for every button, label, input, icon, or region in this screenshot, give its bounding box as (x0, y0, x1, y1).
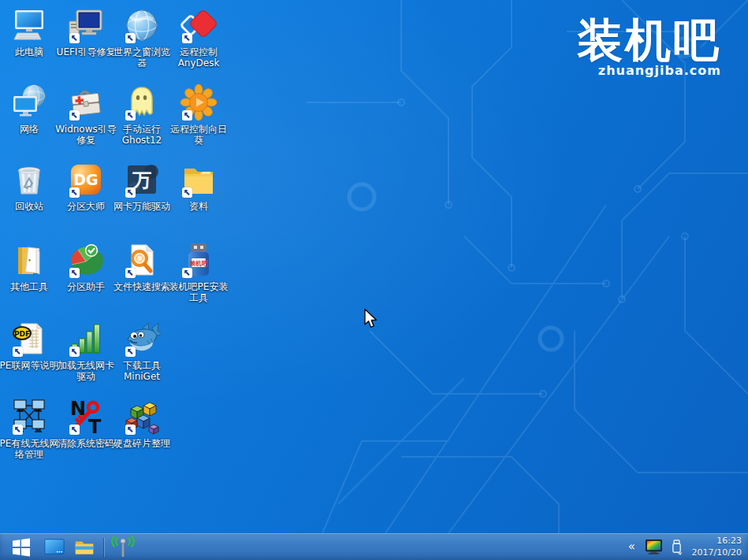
usb-icon: 装机吧 (180, 241, 218, 279)
shortcut-arrow-icon (69, 268, 80, 278)
desktop-icon-label: 远程控制向日葵 (166, 124, 231, 146)
folder-icon (180, 161, 218, 198)
dg-icon: DG (67, 161, 105, 198)
taskbar: « 16:23 2017/10/20 (0, 533, 748, 560)
shortcut-arrow-icon (125, 187, 136, 198)
shortcut-arrow-icon (182, 110, 192, 121)
usb-device-tray-icon[interactable] (670, 539, 683, 555)
shortcut-arrow-icon (69, 33, 80, 43)
shortcut-arrow-icon (125, 110, 136, 121)
shortcut-arrow-icon (125, 425, 136, 435)
desktop[interactable]: 装机吧 zhuangjiba.com 此电脑UEFI引导修复世界之窗浏览器远程控… (0, 0, 748, 560)
desktop-icon-label: 下载工具MiniGet (110, 360, 174, 383)
shortcut-arrow-icon (182, 268, 192, 278)
clock-time: 16:23 (691, 536, 742, 547)
svg-text:T: T (88, 416, 102, 436)
tray-expand-chevron-icon[interactable]: « (627, 541, 637, 553)
shortcut-arrow-icon (69, 347, 80, 357)
anydesk-icon (180, 6, 218, 44)
ghost-icon (123, 83, 161, 121)
desktop-icon-label: 硬盘碎片整理 (110, 438, 174, 449)
clock-date: 2017/10/20 (691, 547, 742, 558)
recycle-bin-icon (10, 161, 48, 198)
display-settings-tray-icon[interactable] (645, 539, 663, 555)
mouse-cursor (363, 308, 379, 330)
shortcut-arrow-icon (182, 33, 192, 43)
doc-search-icon (123, 241, 161, 279)
brand-logo-text: 装机吧 (577, 17, 721, 63)
shortcut-arrow-icon (125, 347, 136, 357)
pc-tower-icon (67, 6, 105, 44)
desktop-icon-zhuangjiba-pe-installer[interactable]: 装机吧装机吧PE安装工具 (161, 241, 236, 304)
start-button[interactable] (3, 534, 39, 560)
svg-text:PDF: PDF (14, 330, 30, 338)
desktop-icon-disk-defrag[interactable]: 硬盘碎片整理 (104, 398, 180, 449)
shortcut-arrow-icon (13, 347, 23, 357)
network-icon (10, 83, 48, 121)
svg-text:DG: DG (73, 171, 98, 188)
circuit-pattern-decoration (275, 0, 748, 533)
svg-text:装机吧: 装机吧 (189, 260, 208, 267)
desktop-icon-anydesk-remote-control[interactable]: 远程控制AnyDesk (161, 6, 236, 69)
desktop-icon-label: 装机吧PE安装工具 (166, 281, 231, 304)
signal-bars-icon (67, 320, 105, 358)
cubes-icon (123, 398, 161, 436)
shortcut-arrow-icon (125, 33, 136, 43)
windows-logo-icon (11, 537, 32, 558)
brand-logo: 装机吧 zhuangjiba.com (577, 17, 721, 77)
system-tray: « 16:23 2017/10/20 (627, 536, 742, 558)
shortcut-arrow-icon (182, 187, 192, 198)
desktop-icon-label: 远程控制AnyDesk (166, 46, 231, 69)
desktop-icon-label: 资料 (166, 201, 231, 212)
shortcut-arrow-icon (13, 425, 23, 435)
taskbar-clock[interactable]: 16:23 2017/10/20 (691, 536, 742, 558)
desktop-icon-sunflower-remote[interactable]: 远程控制向日葵 (161, 83, 236, 146)
shortcut-arrow-icon (69, 110, 80, 121)
toolbox-icon (67, 83, 105, 121)
sunflower-icon (180, 83, 218, 121)
pie-check-icon (67, 241, 105, 279)
pdf-doc-icon: PDF (10, 320, 48, 358)
globe-icon (123, 6, 161, 44)
taskbar-divider (103, 538, 104, 557)
nt-key-icon: NT (67, 398, 105, 436)
wan-icon: 万 (123, 161, 161, 198)
taskbar-buttons (39, 534, 138, 560)
shortcut-arrow-icon (69, 425, 80, 435)
desktop-icon-data-folder[interactable]: 资料 (161, 161, 236, 212)
file-explorer-button[interactable] (69, 534, 99, 560)
shortcut-arrow-icon (125, 268, 136, 278)
topology-icon (10, 398, 48, 436)
show-desktop-button[interactable] (39, 534, 69, 560)
brand-logo-domain: zhuangjiba.com (577, 65, 721, 77)
folder-open-icon (10, 241, 48, 279)
tray-icons (645, 539, 683, 555)
desktop-icon-miniget-downloader[interactable]: 下载工具MiniGet (104, 320, 180, 383)
wireless-network-button[interactable] (108, 534, 138, 560)
pc-icon (10, 6, 48, 44)
shark-icon (123, 320, 161, 358)
shortcut-arrow-icon (69, 187, 80, 198)
